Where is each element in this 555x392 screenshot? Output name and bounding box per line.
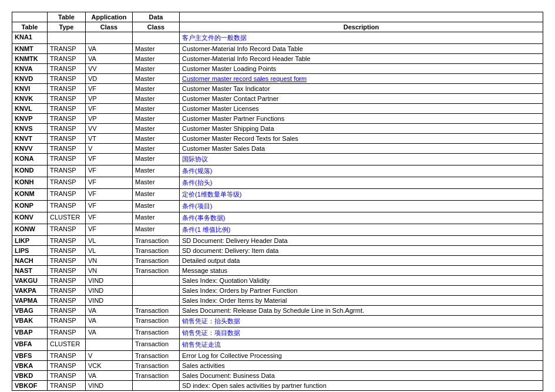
cell-table: KNVL xyxy=(12,104,48,114)
cell-desc: Sales Index: Order Items by Material xyxy=(180,296,543,306)
cell-table: LIPS xyxy=(12,246,48,256)
cell-table: VBFS xyxy=(12,351,48,361)
cell-data: Master xyxy=(133,144,180,154)
cell-data xyxy=(133,381,180,391)
cell-desc: Detailed output data xyxy=(180,256,543,266)
cell-desc: 条件(1 维值比例) xyxy=(180,224,543,236)
cell-table: KNVD xyxy=(12,74,48,84)
cell-desc: Customer Master Tax Indicator xyxy=(180,84,543,94)
cell-data: Master xyxy=(133,201,180,212)
cell-table: KNVT xyxy=(12,134,48,144)
cell-data xyxy=(133,296,180,306)
cell-table: KONM xyxy=(12,189,48,201)
cell-data: Transaction xyxy=(133,246,180,256)
cell-table: KONW xyxy=(12,224,48,236)
table-row: KNVLTRANSPVFMasterCustomer Master Licens… xyxy=(12,104,543,114)
cell-table: VAKGU xyxy=(12,276,48,286)
table-row: LIKPTRANSPVLTransactionSD Document: Deli… xyxy=(12,236,543,246)
cell-table: KNMTK xyxy=(12,54,48,64)
cell-desc: 条件(项目) xyxy=(180,201,543,212)
cell-type: TRANSP xyxy=(48,44,86,54)
cell-data: Master xyxy=(133,74,180,84)
cell-table: LIKP xyxy=(12,236,48,246)
cell-app: VA xyxy=(86,54,133,64)
table-row: VAKGUTRANSPVINDSales Index: Quotation Va… xyxy=(12,276,543,286)
cell-type: TRANSP xyxy=(48,177,86,189)
cell-table: VBAP xyxy=(12,327,48,339)
cell-app: VA xyxy=(86,327,133,339)
cell-type: CLUSTER xyxy=(48,339,86,351)
cell-data: Transaction xyxy=(133,256,180,266)
table-row: KNVATRANSPVVMasterCustomer Master Loadin… xyxy=(12,64,543,74)
cell-desc: 销售凭证：项目数据 xyxy=(180,327,543,339)
cell-type: TRANSP xyxy=(48,54,86,64)
cell-type: TRANSP xyxy=(48,236,86,246)
th-data-label: Data xyxy=(133,12,180,22)
table-row: VBFACLUSTERTransaction销售凭证走流 xyxy=(12,339,543,351)
table-row: VBFSTRANSPVTransactionError Log for Coll… xyxy=(12,351,543,361)
cell-app: VP xyxy=(86,94,133,104)
cell-app: VF xyxy=(86,212,133,224)
cell-type: TRANSP xyxy=(48,296,86,306)
cell-table: KOND xyxy=(12,165,48,177)
table-row: KONVCLUSTERVFMaster条件(事务数据) xyxy=(12,212,543,224)
cell-type: TRANSP xyxy=(48,256,86,266)
cell-data: Master xyxy=(133,134,180,144)
cell-type: TRANSP xyxy=(48,371,86,381)
cell-type: TRANSP xyxy=(48,114,86,124)
table-row: KNVDTRANSPVDMasterCustomer master record… xyxy=(12,74,543,84)
cell-data: Master xyxy=(133,64,180,74)
table-row: KNMTTRANSPVAMasterCustomer-Material Info… xyxy=(12,44,543,54)
cell-app: VL xyxy=(86,246,133,256)
cell-desc: 条件(规落) xyxy=(180,165,543,177)
cell-app: VF xyxy=(86,177,133,189)
cell-table: KNVP xyxy=(12,114,48,124)
cell-app: VV xyxy=(86,64,133,74)
cell-type: TRANSP xyxy=(48,361,86,371)
th-table: Table xyxy=(12,22,48,32)
cell-app: VF xyxy=(86,104,133,114)
cell-data: Transaction xyxy=(133,306,180,316)
cell-table: KONP xyxy=(12,201,48,212)
cell-app: VF xyxy=(86,84,133,94)
cell-type: TRANSP xyxy=(48,201,86,212)
cell-type: TRANSP xyxy=(48,316,86,327)
th-type: Type xyxy=(48,22,86,32)
cell-data: Master xyxy=(133,104,180,114)
table-row: KONDTRANSPVFMaster条件(规落) xyxy=(12,165,543,177)
cell-table: VBFA xyxy=(12,339,48,351)
cell-desc: 销售凭证：抬头数据 xyxy=(180,316,543,327)
cell-app: VF xyxy=(86,201,133,212)
cell-data: Master xyxy=(133,84,180,94)
cell-data: Master xyxy=(133,212,180,224)
cell-app xyxy=(86,32,133,44)
table-row: KONWTRANSPVFMaster条件(1 维值比例) xyxy=(12,224,543,236)
table-row: VAKPATRANSPVINDSales Index: Orders by Pa… xyxy=(12,286,543,296)
cell-table: NAST xyxy=(12,266,48,276)
cell-desc: Customer master record sales request for… xyxy=(180,74,543,84)
cell-desc: 条件(抬头) xyxy=(180,177,543,189)
cell-type: TRANSP xyxy=(48,224,86,236)
table-row: KNVITRANSPVFMasterCustomer Master Tax In… xyxy=(12,84,543,94)
cell-app: VA xyxy=(86,44,133,54)
cell-app: VIND xyxy=(86,276,133,286)
cell-app: VA xyxy=(86,306,133,316)
cell-table: VBAK xyxy=(12,316,48,327)
table-row: VAPMATRANSPVINDSales Index: Order Items … xyxy=(12,296,543,306)
cell-data xyxy=(133,32,180,44)
cell-app: VA xyxy=(86,371,133,381)
table-row: KNA1客户主文件的一般数据 xyxy=(12,32,543,44)
cell-app: VCK xyxy=(86,361,133,371)
table-row: VBKDTRANSPVATransactionSales Document: B… xyxy=(12,371,543,381)
cell-data: Master xyxy=(133,44,180,54)
cell-data: Transaction xyxy=(133,327,180,339)
cell-type: TRANSP xyxy=(48,154,86,165)
cell-desc: Sales Index: Orders by Partner Function xyxy=(180,286,543,296)
cell-table: VBKA xyxy=(12,361,48,371)
main-table: Table Application Data Table Type Class … xyxy=(12,12,543,391)
cell-app: V xyxy=(86,144,133,154)
table-row: LIPSTRANSPVLTransactionSD document: Deli… xyxy=(12,246,543,256)
cell-desc: Customer Master Loading Points xyxy=(180,64,543,74)
cell-type: TRANSP xyxy=(48,306,86,316)
cell-data: Transaction xyxy=(133,316,180,327)
